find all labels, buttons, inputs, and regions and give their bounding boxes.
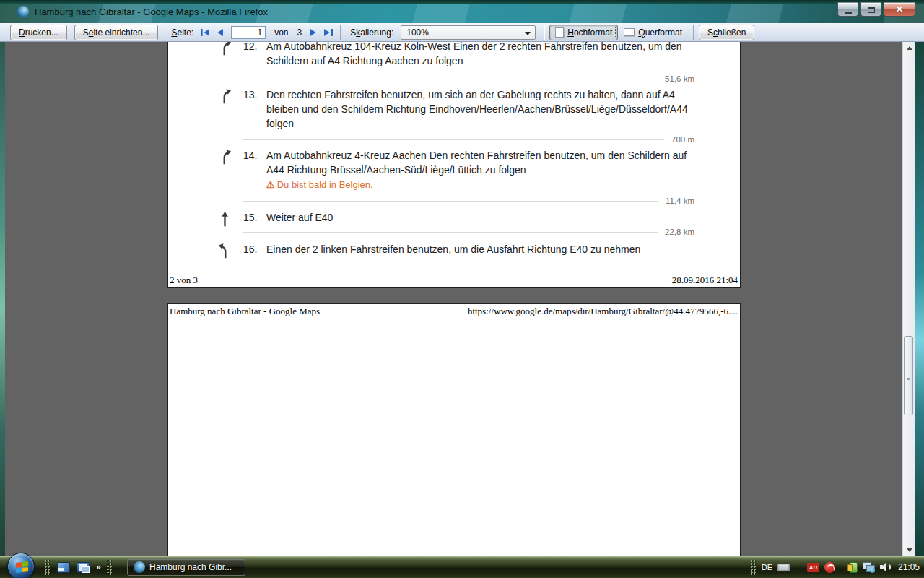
scrollbar-thumb[interactable]: [904, 336, 913, 415]
page-label: Seite:: [171, 27, 193, 38]
step-divider: 22,8 km: [243, 227, 694, 237]
minimize-icon: [845, 12, 852, 14]
tray-grip: [751, 560, 757, 575]
toolbar-grip[interactable]: [107, 560, 113, 575]
scroll-down-button[interactable]: [903, 544, 915, 556]
page-footer: 2 von 3 28.09.2016 21:04: [170, 275, 738, 286]
step-divider: 11,4 km: [243, 196, 694, 206]
minimize-button[interactable]: [837, 2, 858, 17]
start-button[interactable]: [7, 553, 35, 578]
taskbar: » Hamburg nach Gibr... DE ATI 21:05: [0, 556, 924, 578]
window-title: Hamburg nach Gibraltar - Google Maps - M…: [35, 7, 268, 17]
volume-icon[interactable]: [880, 562, 892, 572]
print-preview-toolbar: Drucken... Seite einrichten... Seite: vo…: [0, 23, 924, 42]
previous-page-icon: [215, 28, 225, 37]
portrait-page-icon: [555, 27, 564, 38]
chevron-more-icon[interactable]: »: [96, 562, 100, 572]
window-controls: ✕: [837, 2, 915, 17]
step-number: 14.: [243, 148, 265, 163]
keyboard-icon[interactable]: [777, 564, 790, 571]
screen: Hamburg nach Gibraltar - Google Maps - M…: [0, 0, 924, 578]
print-button[interactable]: Drucken...: [10, 25, 67, 40]
network-icon[interactable]: [863, 562, 875, 573]
page-number-input[interactable]: [231, 26, 266, 39]
step-distance: 700 m: [671, 135, 694, 144]
page-setup-button[interactable]: Seite einrichten...: [74, 25, 159, 40]
step-number: 13.: [243, 87, 265, 102]
last-page-icon: [323, 28, 334, 37]
power-icon[interactable]: [850, 562, 858, 573]
header-url: https://www.google.de/maps/dir/Hamburg/G…: [468, 306, 738, 317]
red-logo-icon[interactable]: [824, 562, 835, 573]
next-page-icon: [309, 28, 318, 37]
close-button[interactable]: ✕: [884, 2, 915, 17]
windows-flag-icon: [16, 561, 28, 573]
of-label: von: [274, 27, 288, 38]
preview-page-2: 12.Am Autobahnkreuz 104-Kreuz Köln-West …: [167, 42, 741, 288]
warning-icon: ⚠: [266, 179, 275, 190]
landscape-toggle[interactable]: Querformat: [618, 25, 688, 40]
last-page-button[interactable]: [321, 26, 334, 39]
window-border-left: [0, 42, 5, 556]
vertical-scrollbar[interactable]: [902, 42, 915, 556]
directions-list: 12.Am Autobahnkreuz 104-Kreuz Köln-West …: [168, 42, 740, 287]
first-page-button[interactable]: [199, 26, 212, 39]
globe-icon: [870, 568, 875, 573]
next-page-button[interactable]: [307, 26, 320, 39]
step-distance: 51,6 km: [665, 74, 694, 83]
step-number: 15.: [243, 210, 265, 225]
maximize-button[interactable]: [860, 2, 881, 17]
system-tray: DE ATI 21:05: [751, 556, 920, 578]
page-total: 3: [297, 27, 302, 38]
step-text: Am Autobahnkreuz 104-Kreuz Köln-West Ein…: [266, 42, 702, 68]
chevron-down-icon: [525, 32, 531, 35]
fork-right-icon: [218, 149, 232, 167]
taskbar-button-firefox[interactable]: Hamburg nach Gibr...: [127, 558, 245, 576]
straight-icon: [218, 211, 232, 229]
header-title: Hamburg nach Gibraltar - Google Maps: [170, 306, 320, 317]
scroll-down-icon: [907, 548, 912, 552]
step-text: Den rechten Fahrstreifen benutzen, um si…: [266, 87, 702, 131]
close-icon: ✕: [896, 4, 903, 14]
step-number: 16.: [243, 242, 265, 256]
fork-right-icon: [218, 88, 232, 106]
step-warning: ⚠Du bist bald in Belgien.: [266, 178, 702, 192]
ati-tray-icon[interactable]: ATI: [807, 563, 819, 572]
scroll-up-button[interactable]: [903, 42, 915, 54]
scale-value: 100%: [406, 27, 429, 38]
step-distance: 22,8 km: [665, 228, 694, 236]
titlebar: Hamburg nach Gibraltar - Google Maps - M…: [0, 0, 924, 23]
step-text: Am Autobahnkreuz 4-Kreuz Aachen Den rech…: [266, 148, 702, 192]
scale-label: Skalierung:: [350, 27, 393, 38]
taskbar-button-label: Hamburg nach Gibr...: [149, 562, 232, 572]
portrait-toggle[interactable]: Hochformat: [549, 25, 618, 40]
show-desktop-icon[interactable]: [57, 562, 70, 573]
previous-page-button[interactable]: [213, 26, 226, 39]
scale-select[interactable]: 100%: [401, 25, 536, 40]
quick-launch: »: [45, 559, 113, 575]
language-indicator[interactable]: DE: [762, 563, 772, 571]
firefox-icon: [134, 561, 145, 573]
fork-right-icon: [218, 42, 232, 58]
window-border-right: [915, 42, 924, 556]
close-preview-button[interactable]: Schließen: [699, 25, 754, 40]
switch-windows-icon[interactable]: [77, 562, 90, 573]
page-header: Hamburg nach Gibraltar - Google Maps htt…: [170, 306, 738, 317]
scroll-up-icon: [907, 46, 912, 50]
step-distance: 11,4 km: [666, 197, 694, 205]
step-text: Einen der 2 linken Fahrstreifen benutzen…: [266, 242, 702, 256]
firefox-icon: [17, 6, 29, 17]
step-divider: 51,6 km: [243, 74, 694, 84]
footer-page-count: 2 von 3: [170, 275, 198, 286]
landscape-page-icon: [624, 28, 635, 36]
footer-datetime: 28.09.2016 21:04: [672, 275, 738, 286]
preview-page-3: Hamburg nach Gibraltar - Google Maps htt…: [167, 303, 741, 556]
maximize-icon: [868, 7, 875, 13]
first-page-icon: [200, 28, 211, 37]
slight-left-icon: [218, 243, 232, 261]
toolbar-grip[interactable]: [45, 560, 51, 575]
clock[interactable]: 21:05: [898, 562, 920, 572]
step-number: 12.: [243, 42, 265, 53]
step-text: Weiter auf E40: [266, 210, 702, 225]
step-divider: 700 m: [243, 134, 694, 144]
